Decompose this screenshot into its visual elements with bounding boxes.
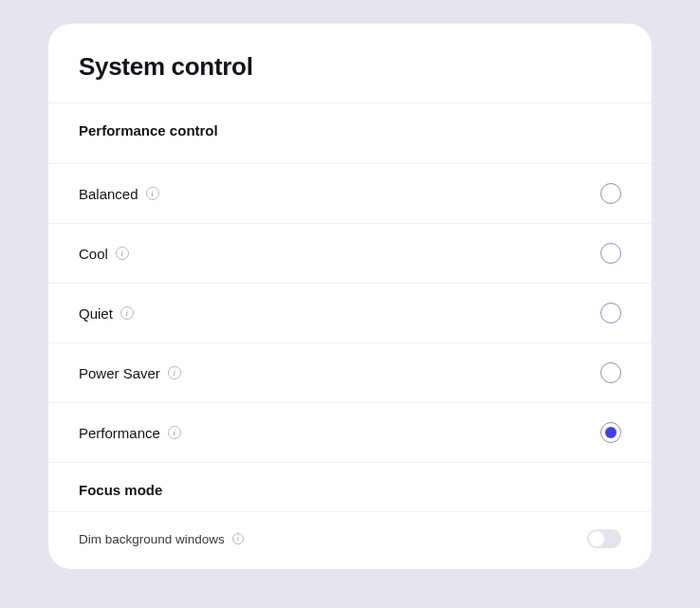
info-icon[interactable]: i <box>232 533 244 544</box>
settings-card: System control Performance control Balan… <box>48 24 652 569</box>
option-power-saver[interactable]: Power Saver i <box>48 342 652 402</box>
option-label-wrap: Cool i <box>79 246 129 262</box>
info-icon[interactable]: i <box>168 426 181 439</box>
option-quiet[interactable]: Quiet i <box>48 283 652 342</box>
option-power-saver-radio[interactable] <box>600 362 621 383</box>
option-cool[interactable]: Cool i <box>48 223 652 283</box>
option-performance-radio[interactable] <box>600 422 621 443</box>
dim-label-wrap: Dim background windows i <box>79 532 244 546</box>
title-bar: System control <box>48 24 652 103</box>
info-icon[interactable]: i <box>146 187 159 200</box>
option-quiet-label: Quiet <box>79 305 113 322</box>
option-performance[interactable]: Performance i <box>48 402 652 462</box>
option-balanced-label: Balanced <box>79 186 138 202</box>
focus-section-header: Focus mode <box>48 463 652 511</box>
option-label-wrap: Quiet i <box>79 305 134 322</box>
dim-background-toggle[interactable] <box>587 529 621 548</box>
toggle-knob <box>589 531 604 546</box>
option-cool-radio[interactable] <box>600 243 621 264</box>
info-icon[interactable]: i <box>116 247 129 260</box>
page-title: System control <box>79 52 621 82</box>
performance-section-header: Performance control <box>48 103 652 152</box>
info-icon[interactable]: i <box>120 306 134 320</box>
option-performance-label: Performance <box>79 425 160 441</box>
option-power-saver-label: Power Saver <box>79 365 160 381</box>
option-cool-label: Cool <box>79 246 108 262</box>
option-quiet-radio[interactable] <box>600 303 621 323</box>
option-balanced-radio[interactable] <box>600 183 621 204</box>
option-label-wrap: Power Saver i <box>79 365 181 381</box>
option-balanced[interactable]: Balanced i <box>48 163 652 223</box>
info-icon[interactable]: i <box>168 366 181 379</box>
dim-background-label: Dim background windows <box>79 532 225 546</box>
option-label-wrap: Performance i <box>79 425 181 441</box>
option-label-wrap: Balanced i <box>79 186 159 202</box>
dim-background-row: Dim background windows i <box>48 511 652 569</box>
